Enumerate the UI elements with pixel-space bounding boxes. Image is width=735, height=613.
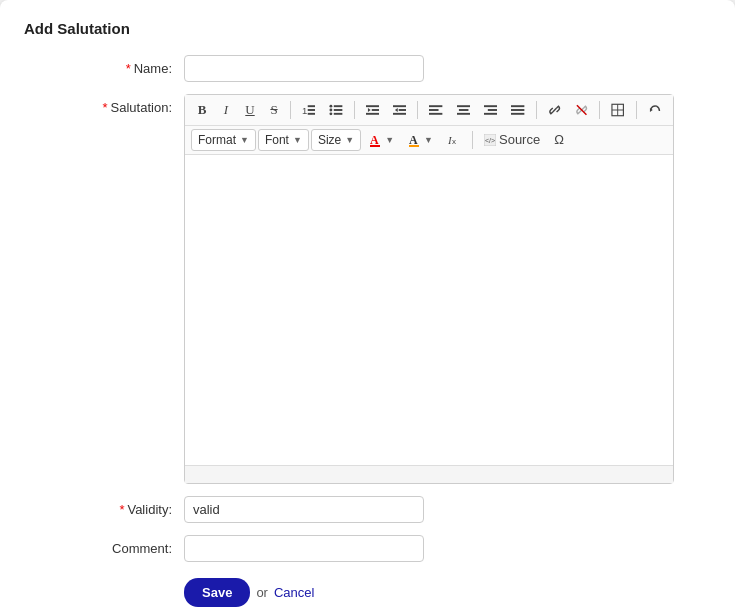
svg-rect-40	[409, 145, 419, 147]
align-center-button[interactable]	[451, 99, 476, 121]
svg-rect-24	[484, 105, 497, 107]
name-field-wrapper	[184, 55, 711, 82]
source-icon: </>	[484, 134, 496, 146]
svg-rect-16	[399, 109, 407, 111]
salutation-required-star: *	[103, 100, 108, 115]
unordered-list-button[interactable]	[323, 99, 348, 121]
svg-text:x: x	[452, 137, 456, 146]
validity-row: *Validity:	[24, 496, 711, 523]
size-dropdown[interactable]: Size ▼	[311, 129, 361, 151]
divider-7	[472, 131, 473, 149]
underline-button[interactable]: U	[239, 99, 261, 121]
svg-rect-9	[334, 113, 343, 115]
comment-row: Comment:	[24, 535, 711, 562]
validity-required-star: *	[119, 502, 124, 517]
italic-icon: I	[224, 101, 228, 119]
or-text: or	[256, 585, 268, 600]
divider-2	[354, 101, 355, 119]
svg-rect-38	[370, 145, 380, 147]
svg-point-6	[330, 112, 333, 115]
indent-decrease-button[interactable]	[360, 99, 385, 121]
size-label: Size	[318, 133, 341, 147]
divider-3	[417, 101, 418, 119]
align-justify-button[interactable]	[505, 99, 530, 121]
underline-icon: U	[245, 101, 254, 119]
font-arrow-icon: ▼	[293, 135, 302, 145]
source-label: Source	[499, 131, 540, 149]
bold-button[interactable]: B	[191, 99, 213, 121]
editor-content[interactable]	[185, 155, 673, 465]
validity-input[interactable]	[184, 496, 424, 523]
salutation-editor-wrapper: B I U S 1.	[184, 94, 711, 484]
link-icon	[548, 103, 561, 117]
clear-format-button[interactable]: I x	[441, 129, 467, 151]
svg-rect-8	[334, 109, 343, 111]
validity-label: *Validity:	[24, 496, 184, 517]
svg-rect-14	[393, 105, 406, 107]
svg-rect-17	[393, 113, 406, 115]
svg-rect-19	[429, 109, 439, 111]
svg-rect-23	[457, 113, 470, 115]
font-dropdown[interactable]: Font ▼	[258, 129, 309, 151]
divider-5	[599, 101, 600, 119]
unordered-list-icon	[329, 103, 342, 117]
align-left-button[interactable]	[423, 99, 448, 121]
salutation-row: *Salutation: B I U S 1.	[24, 94, 711, 484]
clear-format-icon: I x	[447, 133, 461, 147]
svg-rect-12	[371, 109, 379, 111]
align-right-button[interactable]	[478, 99, 503, 121]
format-dropdown[interactable]: Format ▼	[191, 129, 256, 151]
svg-rect-7	[334, 105, 343, 107]
undo-icon	[648, 103, 661, 117]
undo-button[interactable]	[642, 99, 667, 121]
format-arrow-icon: ▼	[240, 135, 249, 145]
font-color-arrow-icon: ▼	[385, 134, 394, 147]
omega-button[interactable]: Ω	[548, 129, 570, 151]
form-actions: Save or Cancel	[24, 578, 711, 607]
unlink-button[interactable]	[569, 99, 594, 121]
align-center-icon	[457, 103, 470, 117]
size-arrow-icon: ▼	[345, 135, 354, 145]
divider-6	[636, 101, 637, 119]
indent-decrease-icon	[366, 103, 379, 117]
strikethrough-icon: S	[270, 101, 277, 119]
name-input[interactable]	[184, 55, 424, 82]
save-button[interactable]: Save	[184, 578, 250, 607]
table-button[interactable]	[605, 99, 630, 121]
form-container: Add Salutation *Name: *Salutation: B I U…	[0, 0, 735, 613]
unlink-icon	[575, 103, 588, 117]
rich-text-editor: B I U S 1.	[184, 94, 674, 484]
comment-input[interactable]	[184, 535, 424, 562]
svg-text:A: A	[409, 133, 418, 147]
link-button[interactable]	[542, 99, 567, 121]
svg-rect-26	[484, 113, 497, 115]
name-row: *Name:	[24, 55, 711, 82]
italic-button[interactable]: I	[215, 99, 237, 121]
bg-color-button[interactable]: A ▼	[402, 129, 439, 151]
cancel-link[interactable]: Cancel	[274, 585, 314, 600]
align-left-icon	[429, 103, 442, 117]
font-color-icon: A	[369, 132, 385, 148]
strikethrough-button[interactable]: S	[263, 99, 285, 121]
editor-bottom-bar	[185, 465, 673, 483]
format-label: Format	[198, 133, 236, 147]
bold-icon: B	[198, 101, 207, 119]
indent-increase-button[interactable]	[387, 99, 412, 121]
comment-field-wrapper	[184, 535, 711, 562]
svg-rect-13	[366, 113, 379, 115]
ordered-list-button[interactable]: 1.	[296, 99, 321, 121]
font-color-button[interactable]: A ▼	[363, 129, 400, 151]
svg-text:</>: </>	[485, 137, 495, 144]
name-label: *Name:	[24, 55, 184, 76]
indent-increase-icon	[393, 103, 406, 117]
svg-rect-20	[429, 113, 442, 115]
source-button[interactable]: </> Source	[478, 129, 546, 151]
svg-rect-1	[308, 105, 316, 107]
svg-rect-3	[308, 113, 316, 115]
ordered-list-icon: 1.	[302, 103, 315, 117]
svg-rect-22	[459, 109, 469, 111]
svg-rect-2	[308, 109, 316, 111]
svg-rect-21	[457, 105, 470, 107]
editor-toolbar-bottom: Format ▼ Font ▼ Size ▼ A	[185, 126, 673, 155]
svg-rect-25	[488, 109, 498, 111]
